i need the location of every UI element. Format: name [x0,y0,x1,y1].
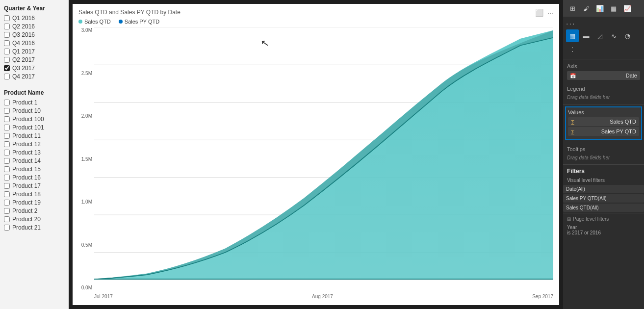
legend-label: Legend [567,86,640,92]
quarter-label: Q1 2017 [12,48,35,55]
product-filter-item[interactable]: Product 12 [4,141,65,148]
axis-date-icon: 📅 [570,73,576,78]
y-axis-label: 2.0M [78,113,92,119]
quarter-filter-item[interactable]: Q3 2016 [4,31,65,38]
chart-inner: ↖ [94,27,553,290]
product-label: Product 13 [12,149,41,156]
table-viz-icon[interactable]: ▦ [566,29,579,42]
quarter-label: Q4 2016 [12,40,35,47]
product-filter-item[interactable]: Product 20 [4,216,65,223]
sales-qtd-chip[interactable]: ∑ Sales QTD [568,117,639,126]
product-filter-item[interactable]: Product 17 [4,182,65,189]
quarter-label: Q2 2016 [12,23,35,30]
product-filter-item[interactable]: Product 1 [4,99,65,106]
area-viz-icon[interactable]: ◿ [593,29,606,42]
quarter-label: Q2 2017 [12,56,35,63]
pie-viz-icon[interactable]: ◔ [621,29,634,42]
product-label: Product 18 [12,191,41,198]
product-filter-item[interactable]: Product 14 [4,157,65,164]
page-filters-label: ⊞ Page level filters [567,216,640,222]
divider-3 [563,142,644,142]
product-filter-item[interactable]: Product 11 [4,132,65,139]
product-filter-item[interactable]: Product 101 [4,124,65,131]
page-filter-icon: ⊞ [567,216,571,222]
product-label: Product 2 [12,207,37,214]
quarter-year-title: Quarter & Year [4,5,65,12]
chart-header: Sales QTD and Sales PY QTD by Date ⬜ ··· [78,9,553,17]
product-label: Product 1 [12,99,37,106]
product-filter-item[interactable]: Product 2 [4,207,65,214]
quarter-label: Q1 2016 [12,15,35,22]
chart-icon[interactable]: 📊 [593,2,606,15]
quarter-label: Q3 2016 [12,31,35,38]
expand-icon[interactable]: ⬜ [535,9,543,17]
y-axis-label: 0.5M [78,242,92,248]
more-dots[interactable]: ... [563,17,644,27]
product-label: Product 101 [12,124,44,131]
quarter-filter-item[interactable]: Q4 2017 [4,73,65,80]
top-icon-bar: ⊞ 🖌 📊 ▦ 📈 [563,0,644,17]
product-filter-item[interactable]: Product 13 [4,149,65,156]
sales-py-qtd-dot [119,20,123,24]
product-filter-item[interactable]: Product 10 [4,107,65,114]
quarter-filter-item[interactable]: Q2 2016 [4,23,65,30]
visual-level-label: Visual level filters [563,177,644,185]
paint-icon[interactable]: 🖌 [580,2,592,15]
sales-py-qtd-label: Sales PY QTD [125,19,159,25]
bar-viz-icon[interactable]: ▬ [580,29,592,42]
product-filter-item[interactable]: Product 19 [4,199,65,206]
quarter-filter-item[interactable]: Q4 2016 [4,40,65,47]
quarter-filter-item[interactable]: Q1 2017 [4,48,65,55]
quarter-filter-item[interactable]: Q2 2017 [4,56,65,63]
year-label: Year [567,225,577,230]
line-viz-icon[interactable]: ∿ [607,29,620,42]
product-label: Product 100 [12,116,44,123]
sales-py-qtd-chip[interactable]: ∑ Sales PY QTD [568,127,639,136]
product-label: Product 14 [12,157,41,164]
divider-2 [563,104,644,104]
more-options-icon[interactable]: ··· [547,9,553,17]
y-axis-labels: 3.0M2.5M2.0M1.5M1.0M0.5M0.0M [78,27,94,290]
divider-4 [563,164,644,165]
axis-date-chip[interactable]: 📅 Date [567,71,640,80]
filter-chip[interactable]: Sales PY QTD(All) [563,194,644,203]
product-label: Product 12 [12,141,41,148]
tooltips-drop-area: Drag data fields her [567,154,640,161]
product-filter-item[interactable]: Product 16 [4,174,65,181]
legend-section: Legend Drag data fields her [563,83,644,103]
y-axis-label: 1.0M [78,199,92,205]
filters-title: Filters [563,166,644,177]
sales-qtd-label: Sales QTD [84,19,111,25]
tooltips-label: Tooltips [567,146,640,152]
product-label: Product 15 [12,166,41,173]
quarter-filter-item[interactable]: Q3 2017 [4,65,65,72]
quarter-filter-item[interactable]: Q1 2016 [4,15,65,22]
scatter-viz-icon[interactable]: ⁚ [566,43,579,56]
divider-1 [563,59,644,59]
filter-icon-top[interactable]: ▦ [607,2,620,15]
quarter-label: Q4 2017 [12,73,35,80]
chart-legend: Sales QTD Sales PY QTD [78,19,553,25]
values-section: Values ∑ Sales QTD ∑ Sales PY QTD [565,106,642,140]
product-filter-item[interactable]: Product 100 [4,116,65,123]
filter-chip[interactable]: Date(All) [563,185,644,193]
product-filter-item[interactable]: Product 15 [4,166,65,173]
sales-qtd-area [94,30,553,279]
x-axis-label: Aug 2017 [312,294,333,299]
product-filter-item[interactable]: Product 21 [4,224,65,231]
chart-area: Sales QTD and Sales PY QTD by Date ⬜ ···… [73,4,559,305]
chart-controls[interactable]: ⬜ ··· [535,9,553,17]
product-filter-item[interactable]: Product 18 [4,191,65,198]
y-axis-label: 0.0M [78,285,92,290]
y-axis-label: 3.0M [78,27,92,33]
product-label: Product 11 [12,132,41,139]
legend-sales-py-qtd: Sales PY QTD [119,19,159,25]
tooltips-section: Tooltips Drag data fields her [563,143,644,163]
filter-chip[interactable]: Sales QTD(All) [563,204,644,212]
product-label: Product 16 [12,174,41,181]
analytics-icon[interactable]: 📈 [621,2,634,15]
axis-label: Axis [567,63,640,69]
sales-py-qtd-sum-icon: ∑ [571,129,574,134]
grid-view-icon[interactable]: ⊞ [566,2,579,15]
y-axis-label: 1.5M [78,156,92,162]
